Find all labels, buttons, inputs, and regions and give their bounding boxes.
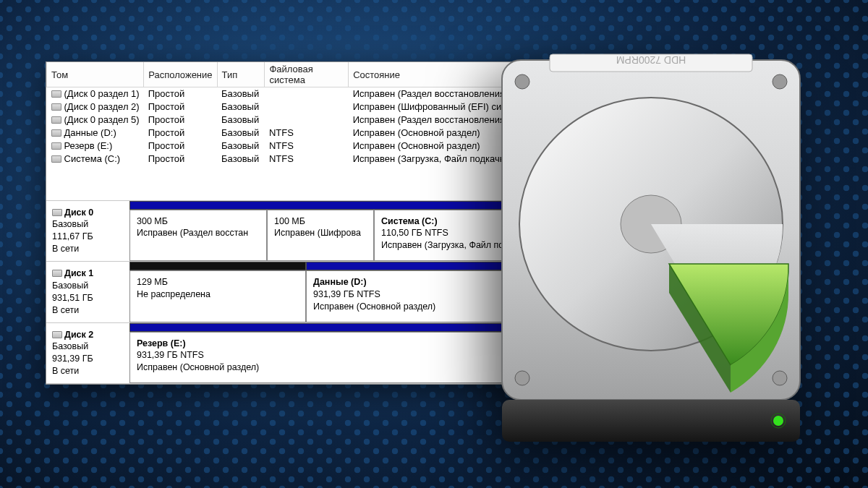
volume-icon (51, 116, 61, 124)
partition-box[interactable]: 129 МБНе распределена (129, 270, 306, 322)
svg-rect-9 (502, 400, 800, 442)
volume-cell: Базовый (217, 87, 265, 100)
disk-label[interactable]: Диск 0Базовый111,67 ГБВ сети (46, 201, 129, 262)
volume-icon (51, 142, 61, 150)
volume-icon (51, 103, 61, 111)
volume-cell: Базовый (217, 114, 265, 127)
volume-cell: (Диск 0 раздел 2) (47, 100, 144, 114)
column-header[interactable]: Файловая система (265, 62, 349, 87)
svg-point-5 (515, 371, 529, 385)
column-header[interactable]: Том (47, 62, 144, 87)
hard-drive-icon: HDD 7200RPM (485, 47, 817, 452)
partition-box[interactable]: 300 МБИсправен (Раздел восстан (129, 210, 267, 262)
volume-cell: Базовый (217, 153, 265, 166)
svg-point-6 (773, 371, 787, 385)
volume-cell: Простой (144, 127, 217, 140)
svg-text:HDD 7200RPM: HDD 7200RPM (616, 54, 686, 66)
volume-cell: Простой (144, 87, 217, 100)
volume-cell (265, 87, 349, 100)
volume-cell: Резерв (E:) (47, 140, 144, 153)
column-header[interactable]: Расположение (144, 62, 217, 87)
volume-cell (265, 114, 349, 127)
disk-icon (52, 270, 62, 277)
volume-cell: Базовый (217, 127, 265, 140)
volume-cell: Простой (144, 114, 217, 127)
volume-cell: NTFS (265, 140, 349, 153)
volume-cell: Базовый (217, 100, 265, 114)
volume-icon (51, 90, 61, 98)
volume-cell: Простой (144, 100, 217, 114)
volume-cell: (Диск 0 раздел 5) (47, 114, 144, 127)
volume-icon (51, 129, 61, 137)
bar-segment (129, 262, 306, 270)
disk-label[interactable]: Диск 1Базовый931,51 ГБВ сети (46, 262, 129, 322)
volume-icon (51, 155, 61, 163)
volume-cell: NTFS (265, 153, 349, 166)
svg-point-4 (773, 74, 787, 89)
volume-cell: Простой (144, 153, 217, 166)
disk-label[interactable]: Диск 2Базовый931,39 ГБВ сети (46, 323, 129, 384)
disk-icon (52, 209, 62, 216)
disk-icon (52, 331, 62, 338)
column-header[interactable]: Тип (217, 62, 265, 87)
volume-cell: Данные (D:) (47, 127, 144, 140)
partition-box[interactable]: 100 МБИсправен (Шифрова (267, 210, 374, 262)
volume-cell: Система (C:) (47, 153, 144, 166)
svg-point-3 (515, 74, 529, 89)
volume-cell: NTFS (265, 127, 349, 140)
volume-cell: Простой (144, 140, 217, 153)
svg-point-10 (773, 416, 783, 426)
volume-cell (265, 100, 349, 114)
volume-cell: (Диск 0 раздел 1) (47, 87, 144, 100)
volume-cell: Базовый (217, 140, 265, 153)
